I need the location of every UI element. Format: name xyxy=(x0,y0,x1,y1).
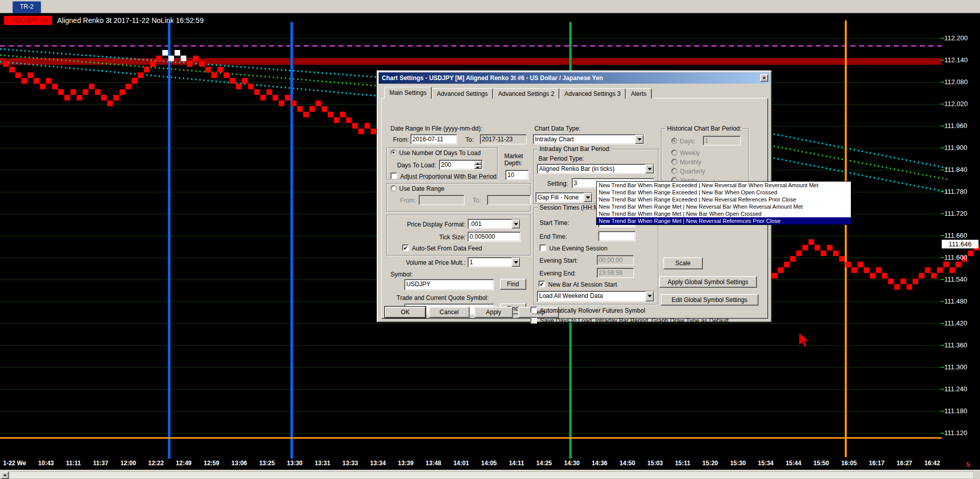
symbol-find-button[interactable]: Find xyxy=(500,279,526,290)
save-default-checkbox[interactable] xyxy=(530,317,537,323)
symbol-field[interactable]: USDJPY xyxy=(404,279,494,290)
rollover-checkbox[interactable] xyxy=(530,307,537,313)
tab-alerts[interactable]: Alerts xyxy=(626,88,652,99)
renko-brick xyxy=(175,50,180,56)
ok-button[interactable]: OK xyxy=(385,307,426,318)
tab-main-settings[interactable]: Main Settings xyxy=(384,87,432,99)
bar-period-type-select[interactable]: Aligned Renko Bar (in ticks) xyxy=(537,164,654,174)
quote-symbol-label: Trade and Current Quote Symbol: xyxy=(397,294,488,301)
tab-advanced-settings-2[interactable]: Advanced Settings 2 xyxy=(493,88,559,99)
price-tick xyxy=(941,279,944,280)
dropdown-arrow-icon[interactable] xyxy=(511,258,520,267)
time-label: 12:22 xyxy=(148,460,164,467)
graph-draw-option[interactable]: New Trend Bar When Range Met | New Rever… xyxy=(597,203,851,210)
renko-brick xyxy=(833,250,839,256)
volume-mult-label: Volume at Price Mult.: xyxy=(388,259,465,266)
time-label: 11:37 xyxy=(93,460,108,467)
close-icon[interactable]: ✕ xyxy=(760,74,768,82)
weekly-radio[interactable] xyxy=(671,149,677,156)
volume-mult-select[interactable]: 1 xyxy=(468,257,521,267)
graph-draw-option[interactable]: New Trend Bar When Range Exceeded | New … xyxy=(597,196,851,203)
tab-advanced-settings-3[interactable]: Advanced Settings 3 xyxy=(559,88,626,99)
new-bar-session-checkbox[interactable]: ✔ xyxy=(538,281,545,287)
range-from-field[interactable] xyxy=(419,195,464,205)
spinner-down-icon[interactable] xyxy=(474,165,482,169)
spinner-up-icon[interactable] xyxy=(474,161,482,165)
graph-draw-option[interactable]: New Trend Bar When Range Exceeded | New … xyxy=(597,182,851,189)
horizontal-scrollbar[interactable]: ◄ xyxy=(0,470,980,479)
renko-brick xyxy=(839,256,845,262)
scale-button[interactable]: Scale xyxy=(663,257,703,269)
evening-start-field[interactable]: 00:00:00 xyxy=(597,255,634,265)
renko-brick xyxy=(309,106,315,112)
price-tick xyxy=(941,411,944,412)
graph-draw-option[interactable]: New Trend Bar When Range Met | New Rever… xyxy=(597,217,851,224)
dropdown-arrow-icon[interactable] xyxy=(645,164,654,173)
time-label: 16:42 xyxy=(924,460,940,467)
days-radio[interactable] xyxy=(671,138,677,144)
dropdown-arrow-icon[interactable] xyxy=(635,135,644,144)
renko-brick xyxy=(3,61,9,67)
price-display-format-select[interactable]: .001 xyxy=(468,219,521,229)
use-days-radio[interactable] xyxy=(390,149,397,156)
apply-global-button[interactable]: Apply Global Symbol Settings xyxy=(659,276,757,288)
blue-vertical-marker-2 xyxy=(290,22,293,459)
weekend-data-select[interactable]: Load All Weekend Data xyxy=(537,291,654,302)
evening-end-field[interactable]: 23:59:59 xyxy=(597,268,634,278)
apply-button[interactable]: Apply xyxy=(474,307,513,318)
price-label: 111.420 xyxy=(944,319,978,327)
adjust-proportional-checkbox[interactable] xyxy=(390,172,397,179)
time-label: 16:05 xyxy=(841,460,857,467)
price-tick xyxy=(941,235,944,236)
market-depth-field[interactable]: 10 xyxy=(505,170,529,180)
renko-brick xyxy=(322,106,327,112)
renko-brick xyxy=(790,256,796,262)
time-label: 15:20 xyxy=(702,460,718,467)
use-evening-checkbox[interactable] xyxy=(540,244,546,251)
renko-brick xyxy=(266,89,272,95)
market-depth-label: Market Depth: xyxy=(504,153,531,167)
date-to-field[interactable]: 2017-11-23 xyxy=(480,134,527,144)
price-label: 111.780 xyxy=(944,188,978,195)
historical-days-field[interactable]: 1 xyxy=(703,136,741,145)
scroll-left-arrow-icon[interactable]: ◄ xyxy=(1,471,9,479)
monthly-radio[interactable] xyxy=(671,159,677,165)
time-label: 13:33 xyxy=(342,460,358,467)
gap-fill-select[interactable]: Gap Fill - None xyxy=(535,192,593,203)
tab-advanced-settings[interactable]: Advanced Settings xyxy=(432,88,493,99)
time-label: 15:03 xyxy=(647,460,663,467)
price-label: 111.240 xyxy=(944,385,978,393)
cancel-button[interactable]: Cancel xyxy=(429,307,470,318)
edit-global-button[interactable]: Edit Global Symbol Settings xyxy=(660,294,758,306)
time-label: 13:25 xyxy=(259,460,275,467)
start-time-label: Start Time: xyxy=(540,219,569,226)
renko-brick xyxy=(802,245,808,250)
scrollbar-track[interactable] xyxy=(9,471,974,479)
dialog-titlebar[interactable]: Chart Settings - USDJPY [M] Aligned Renk… xyxy=(379,72,770,84)
range-to-field[interactable] xyxy=(487,195,531,205)
graph-draw-option[interactable]: New Trend Bar When Range Exceeded | New … xyxy=(597,189,851,196)
time-label: 15:50 xyxy=(814,460,829,467)
historical-group-label: Historical Chart Bar Period: xyxy=(666,125,743,132)
end-time-field[interactable] xyxy=(598,231,635,241)
save-default-label: Save Days to Load, Intraday Bar Period, … xyxy=(540,317,728,324)
quarterly-radio[interactable] xyxy=(671,168,677,174)
dropdown-arrow-icon[interactable] xyxy=(583,193,592,202)
tick-size-field[interactable]: 0.005000 xyxy=(468,232,521,242)
chart-data-type-select[interactable]: Intraday Chart xyxy=(533,134,644,144)
use-date-range-radio[interactable] xyxy=(390,185,397,191)
price-tick xyxy=(941,323,944,324)
time-label: 12:49 xyxy=(176,460,192,467)
dropdown-arrow-icon[interactable] xyxy=(511,219,520,229)
workspace-tab-tr2[interactable]: TR-2 xyxy=(12,1,41,13)
dropdown-arrow-icon[interactable] xyxy=(645,291,654,301)
price-label: 111.300 xyxy=(944,363,978,371)
date-range-label: Date Range In File (yyyy-mm-dd): xyxy=(390,125,482,132)
time-label: 14:30 xyxy=(564,460,580,467)
graph-draw-option[interactable]: New Trend Bar When Range Met | New Bar W… xyxy=(597,210,851,217)
dialog-tabs: Main SettingsAdvanced SettingsAdvanced S… xyxy=(384,87,652,99)
date-from-field[interactable]: 2016-07-11 xyxy=(410,134,457,144)
time-label: 14:11 xyxy=(509,460,524,467)
autoset-checkbox[interactable]: ✔ xyxy=(402,244,409,251)
days-to-load-field[interactable]: 200 xyxy=(439,160,483,170)
